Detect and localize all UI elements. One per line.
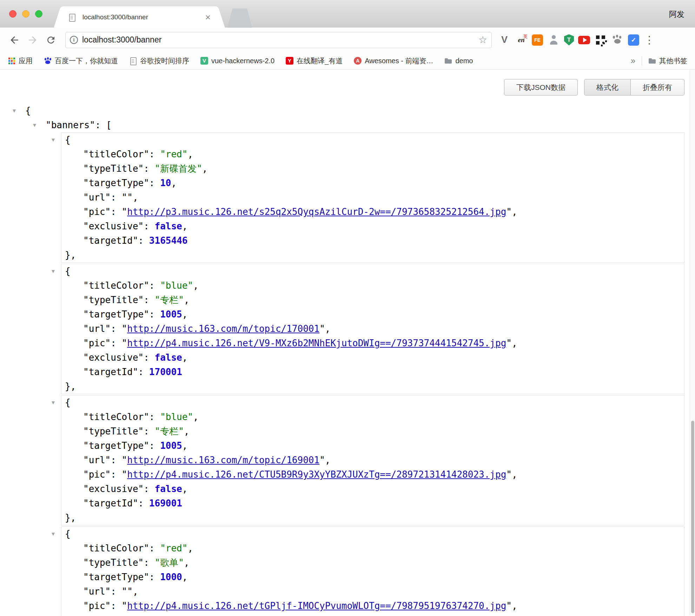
json-punct: , bbox=[182, 309, 188, 320]
json-punct: " bbox=[122, 455, 127, 465]
json-string: "歌单" bbox=[155, 557, 184, 568]
zoom-window-button[interactable] bbox=[35, 10, 42, 18]
page-icon bbox=[129, 57, 137, 65]
json-line: "typeTitle": "歌单", bbox=[61, 556, 684, 570]
scrollbar-thumb[interactable] bbox=[691, 421, 694, 613]
json-key: "pic" bbox=[83, 469, 111, 480]
bookmarks-items: 应用百度一下，你就知道谷歌按时间排序vue-hackernews-2.0在线翻译… bbox=[8, 56, 473, 66]
json-punct: " bbox=[122, 338, 127, 348]
bookmark-item[interactable]: Awesomes - 前端资… bbox=[354, 56, 433, 66]
json-punct: " bbox=[506, 207, 512, 217]
json-url-link[interactable]: http://p3.music.126.net/s25q2x5QyqsAzilC… bbox=[127, 207, 506, 217]
profile-name[interactable]: 阿发 bbox=[669, 9, 684, 20]
translate-pen-icon-glyph: en bbox=[518, 36, 525, 44]
json-url-link[interactable]: http://p4.music.126.net/V9-MXz6b2MNhEKju… bbox=[127, 338, 506, 348]
json-punct: , bbox=[184, 426, 190, 437]
json-line: "pic": "http://p4.music.126.net/CTU5B9R9… bbox=[61, 467, 684, 482]
qrcode-icon[interactable] bbox=[594, 34, 607, 46]
bookmark-item[interactable]: 谷歌按时间排序 bbox=[129, 56, 189, 66]
bookmark-item[interactable]: demo bbox=[444, 57, 473, 65]
format-button[interactable]: 格式化 bbox=[584, 79, 631, 96]
secure-badge-icon[interactable]: ✓ bbox=[628, 34, 639, 46]
back-button[interactable] bbox=[8, 34, 20, 46]
reload-icon bbox=[46, 35, 56, 45]
download-json-button[interactable]: 下载JSON数据 bbox=[504, 79, 578, 96]
json-punct: : bbox=[111, 338, 121, 348]
json-string: "blue" bbox=[160, 412, 193, 422]
other-bookmarks-folder[interactable]: 其他书签 bbox=[648, 56, 687, 66]
tab-close-icon[interactable]: × bbox=[204, 13, 212, 22]
json-punct: , bbox=[184, 295, 190, 305]
folder-icon bbox=[648, 57, 656, 65]
collapse-toggle-icon[interactable]: ▼ bbox=[52, 395, 55, 410]
json-punct: : bbox=[149, 412, 160, 422]
json-string: "red" bbox=[160, 149, 187, 159]
traffic-lights bbox=[9, 10, 42, 18]
json-number: 1000 bbox=[160, 572, 182, 582]
json-page-toolbar: 下载JSON数据 格式化 折叠所有 bbox=[504, 79, 684, 96]
json-punct: : bbox=[144, 163, 154, 174]
info-icon[interactable]: i bbox=[70, 36, 78, 44]
json-number: 170001 bbox=[149, 367, 182, 377]
translate-pen-icon[interactable]: en bbox=[515, 34, 528, 46]
json-line: "targetId": 170001 bbox=[61, 365, 684, 379]
browser-tab[interactable]: localhost:3000/banner × bbox=[62, 6, 216, 28]
shield-t-icon[interactable]: T bbox=[564, 34, 574, 46]
json-punct: , bbox=[512, 601, 517, 611]
youtube-icon[interactable] bbox=[578, 36, 590, 44]
collapse-toggle-icon[interactable]: ▼ bbox=[33, 118, 36, 132]
json-punct: : bbox=[149, 309, 160, 320]
reload-button[interactable] bbox=[45, 34, 57, 46]
json-punct: : bbox=[144, 295, 154, 305]
minimize-window-button[interactable] bbox=[22, 10, 29, 18]
json-url-link[interactable]: http://p4.music.126.net/CTU5B9R9y3XyYBZX… bbox=[127, 469, 506, 480]
new-tab-button[interactable] bbox=[227, 8, 252, 28]
url-text[interactable]: localhost:3000/banner bbox=[82, 35, 478, 45]
collapse-toggle-icon[interactable]: ▼ bbox=[52, 527, 55, 541]
json-key: "url" bbox=[83, 323, 111, 334]
json-url-link[interactable]: http://p4.music.126.net/tGPljf-IMOCyPvum… bbox=[127, 601, 506, 611]
json-brace: { bbox=[65, 266, 71, 276]
fehelper-icon[interactable]: FE bbox=[532, 34, 543, 46]
paw-icon[interactable] bbox=[611, 34, 624, 46]
folder-icon bbox=[444, 57, 452, 65]
bookmark-item[interactable]: 应用 bbox=[8, 56, 33, 66]
json-punct: : bbox=[144, 557, 154, 568]
json-number: 1005 bbox=[160, 440, 182, 451]
vimium-icon[interactable]: V bbox=[498, 34, 511, 46]
json-url-link[interactable]: http://music.163.com/m/topic/169001 bbox=[127, 455, 319, 465]
bookmark-item[interactable]: 百度一下，你就知道 bbox=[44, 56, 118, 66]
collapse-toggle-icon[interactable]: ▼ bbox=[52, 264, 55, 278]
json-line: "titleColor": "blue", bbox=[61, 410, 684, 424]
json-punct: : bbox=[111, 601, 121, 611]
json-key: "targetType" bbox=[83, 572, 149, 582]
json-punct: , bbox=[133, 192, 138, 203]
json-brace: { bbox=[65, 529, 71, 539]
json-punct: : bbox=[144, 221, 154, 231]
collaboration-person-icon[interactable] bbox=[547, 34, 560, 46]
json-line: ▼{ bbox=[61, 395, 684, 410]
scrollbar-track[interactable] bbox=[690, 70, 695, 616]
collapse-toggle-icon[interactable]: ▼ bbox=[52, 133, 55, 147]
browser-menu-icon[interactable]: ⋮ bbox=[644, 35, 655, 45]
close-window-button[interactable] bbox=[9, 10, 16, 18]
json-url-link[interactable]: http://music.163.com/m/topic/170001 bbox=[127, 323, 319, 334]
json-punct: : bbox=[149, 572, 160, 582]
json-line: "targetId": 3165446 bbox=[61, 234, 684, 248]
bookmark-label: 在线翻译_有道 bbox=[297, 56, 343, 66]
bookmark-star-icon[interactable]: ☆ bbox=[478, 35, 487, 45]
bookmarks-overflow-chevron[interactable]: » bbox=[631, 56, 635, 66]
json-key: "url" bbox=[83, 586, 111, 597]
collapse-toggle-icon[interactable]: ▼ bbox=[13, 104, 16, 118]
json-punct: , bbox=[171, 178, 177, 188]
bookmark-item[interactable]: 在线翻译_有道 bbox=[286, 56, 343, 66]
json-punct: : bbox=[149, 440, 160, 451]
bookmark-item[interactable]: vue-hackernews-2.0 bbox=[200, 57, 274, 65]
json-key: "targetId" bbox=[83, 235, 138, 246]
url-bar[interactable]: i localhost:3000/banner ☆ bbox=[65, 32, 492, 48]
json-line: "targetId": 169001 bbox=[61, 496, 684, 511]
collapse-all-button[interactable]: 折叠所有 bbox=[630, 79, 684, 96]
forward-button[interactable] bbox=[27, 34, 39, 46]
json-brace: }, bbox=[65, 381, 76, 392]
json-number: 169001 bbox=[149, 498, 182, 509]
